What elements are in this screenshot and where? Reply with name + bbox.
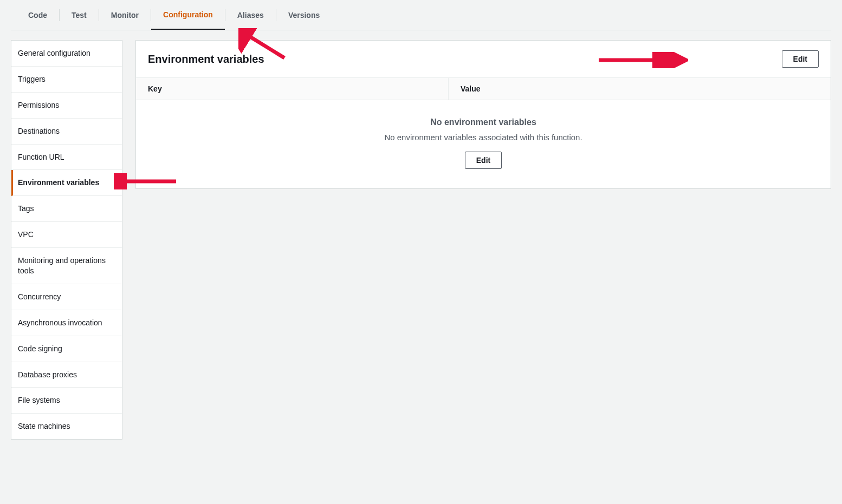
sidebar-item-asynchronous-invocation[interactable]: Asynchronous invocation [11, 310, 122, 336]
panel-title: Environment variables [148, 53, 264, 66]
empty-state: No environment variables No environment … [136, 100, 831, 188]
sidebar-item-monitoring-ops-tools[interactable]: Monitoring and operations tools [11, 248, 122, 284]
sidebar-item-tags[interactable]: Tags [11, 196, 122, 222]
empty-state-title: No environment variables [147, 117, 820, 127]
sidebar-item-code-signing[interactable]: Code signing [11, 336, 122, 362]
sidebar-item-file-systems[interactable]: File systems [11, 388, 122, 414]
sidebar-item-state-machines[interactable]: State machines [11, 414, 122, 439]
tab-versions[interactable]: Versions [276, 1, 332, 29]
sidebar-item-destinations[interactable]: Destinations [11, 119, 122, 145]
column-header-value: Value [449, 78, 831, 100]
tab-monitor[interactable]: Monitor [99, 1, 151, 29]
tab-configuration[interactable]: Configuration [151, 1, 225, 30]
sidebar-item-vpc[interactable]: VPC [11, 222, 122, 248]
env-vars-panel: Environment variables Edit Key Value No … [135, 40, 831, 189]
tab-test[interactable]: Test [60, 1, 99, 29]
sidebar-item-permissions[interactable]: Permissions [11, 93, 122, 119]
sidebar-item-environment-variables[interactable]: Environment variables [11, 170, 122, 196]
top-tab-bar: Code Test Monitor Configuration Aliases … [11, 0, 831, 30]
panel-header: Environment variables Edit [136, 41, 831, 77]
sidebar-item-general-configuration[interactable]: General configuration [11, 41, 122, 67]
tab-aliases[interactable]: Aliases [225, 1, 276, 29]
edit-button[interactable]: Edit [782, 50, 819, 68]
sidebar-item-database-proxies[interactable]: Database proxies [11, 362, 122, 388]
empty-state-description: No environment variables associated with… [147, 133, 820, 142]
sidebar-item-triggers[interactable]: Triggers [11, 67, 122, 93]
sidebar-item-concurrency[interactable]: Concurrency [11, 284, 122, 310]
env-vars-table-header: Key Value [136, 77, 831, 100]
config-sidebar: General configuration Triggers Permissio… [11, 40, 122, 440]
tab-code[interactable]: Code [16, 1, 59, 29]
main-content: Environment variables Edit Key Value No … [135, 40, 831, 189]
empty-edit-button[interactable]: Edit [465, 152, 502, 169]
sidebar-item-function-url[interactable]: Function URL [11, 145, 122, 171]
column-header-key: Key [136, 78, 449, 100]
